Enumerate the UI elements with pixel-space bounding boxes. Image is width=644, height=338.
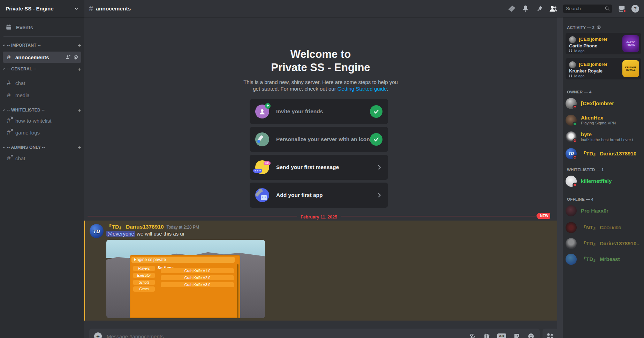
dnd-status-badge	[573, 183, 577, 187]
everyone-mention[interactable]: @everyone	[106, 231, 135, 237]
create-channel-icon[interactable]: +	[78, 107, 81, 113]
member-row-byte[interactable]: byte loafz is the best bread i ever t...	[566, 130, 641, 144]
pin-icon[interactable]	[535, 5, 544, 13]
chat-area: Welcome to Private SS - Engine This is a…	[84, 17, 563, 338]
member-row-darius[interactable]: TD 『TD』 Darius1378910	[566, 147, 641, 161]
game-ui-panel: Engine ss private Players Executor Scrip…	[130, 255, 240, 318]
gift-icon[interactable]	[483, 332, 491, 338]
chevron-down-icon	[74, 6, 79, 11]
member-row-pro-haxx0r[interactable]: Pro Haxx0r	[566, 204, 641, 218]
members-icon[interactable]	[549, 5, 558, 13]
calendar-icon	[6, 24, 12, 30]
activities-icon[interactable]	[543, 329, 558, 338]
create-channel-icon[interactable]: +	[78, 43, 81, 48]
game-ui-tab-executor: Executor	[133, 273, 155, 278]
onboarding-card-add-app[interactable]: Add your first app	[250, 183, 388, 208]
channel-header-title: annocements	[96, 6, 131, 12]
section-header-admins-only[interactable]: -- ADMINS ONLY -- +	[0, 143, 84, 152]
section-label: -- GENERAL --	[7, 67, 76, 71]
create-channel-icon[interactable]: +	[78, 145, 81, 151]
channel-header: # annocements Search	[84, 0, 644, 17]
activity-card-gartic-phone[interactable]: [CExl]ombrer Gartic Phone 1d ago GARTIC …	[566, 33, 641, 54]
channel-name: media	[15, 92, 78, 98]
game-activity-icon	[569, 75, 572, 77]
message-input[interactable]: + Message #annocements GIF	[89, 329, 540, 338]
member-row-coolkidd[interactable]: 『NT』 Coolkidd	[566, 221, 641, 235]
add-app-icon	[255, 188, 269, 202]
member-row-darius-offline[interactable]: 『TD』 Darius1378910...	[566, 237, 641, 251]
first-message-icon: HI!	[255, 160, 269, 174]
sidebar-item-events[interactable]: Events	[3, 21, 81, 33]
gartic-phone-game-icon: GARTIC PHONE	[622, 35, 639, 52]
activity-game: Krunker Royale	[569, 68, 603, 74]
chat-scrollbar[interactable]	[557, 17, 563, 338]
member-name: 『TD』 Darius1378910...	[581, 240, 640, 247]
member-row-killernetffaly[interactable]: killernetffaly	[566, 174, 641, 188]
threads-icon[interactable]	[507, 5, 516, 13]
section-header-important[interactable]: -- IMPORTANT -- +	[0, 41, 84, 49]
group-header-offline: OFFLINE — 4	[567, 197, 641, 201]
activity-section-header: ACTIVITY — 2	[567, 25, 641, 30]
channel-name: game-logs	[15, 130, 78, 136]
dnd-status-badge	[573, 105, 577, 109]
sticker-icon[interactable]	[513, 332, 521, 338]
avatar[interactable]: TD	[90, 224, 104, 238]
game-ui-button: Grab Knife V1.0	[161, 268, 234, 273]
members-sidebar: ACTIVITY — 2 [CExl]ombrer Gartic Phone 1…	[563, 17, 644, 338]
inbox-icon[interactable]	[618, 5, 626, 13]
search-input[interactable]: Search	[563, 5, 612, 13]
discord-app: Private SS - Engine Events -- IMPORTANT …	[0, 0, 644, 338]
main-column: # annocements Search	[84, 0, 644, 338]
sidebar-item-game-logs[interactable]: # game-logs	[3, 127, 81, 138]
onboarding-card-personalize-server[interactable]: Personalize your server with an icon	[250, 127, 388, 152]
member-row-mrbeast[interactable]: 『TD』 Mrbeast	[566, 252, 641, 266]
avatar	[566, 222, 577, 233]
avatar	[569, 61, 576, 68]
attach-plus-icon[interactable]: +	[94, 332, 102, 338]
onboarding-card-label: Add your first app	[276, 192, 376, 198]
emoji-icon[interactable]	[527, 332, 535, 338]
game-activity-icon	[569, 49, 572, 52]
sidebar-item-media[interactable]: # media	[3, 90, 81, 101]
translate-icon[interactable]	[469, 332, 476, 338]
onboarding-card-invite-friends[interactable]: + Invite your friends	[250, 99, 388, 124]
avatar	[569, 36, 576, 43]
input-toolbar: GIF	[469, 332, 535, 338]
message-input-placeholder[interactable]: Message #annocements	[107, 333, 469, 338]
sidebar-item-chat[interactable]: # chat	[3, 77, 81, 89]
new-badge: NEW	[536, 213, 550, 219]
invite-member-icon[interactable]	[65, 54, 71, 60]
chevron-down-icon	[2, 67, 6, 71]
section-label: -- WHITELISTED --	[7, 108, 76, 113]
channel-name: chat	[15, 155, 78, 161]
member-row-alienhex[interactable]: AlienHex Playing Sigma VPN	[566, 113, 641, 127]
plus-badge-icon: +	[265, 103, 271, 109]
channel-name: how-to-whitelist	[15, 118, 78, 124]
section-header-general[interactable]: -- GENERAL -- +	[0, 65, 84, 73]
channel-settings-gear-icon[interactable]	[73, 55, 78, 60]
member-activity: Playing Sigma VPN	[581, 121, 616, 125]
welcome-title-line1: Welcome to	[84, 48, 557, 61]
message-attachment-image[interactable]: Engine ss private Players Executor Scrip…	[106, 240, 265, 318]
onboarding-card-first-message[interactable]: HI! Send your first message	[250, 155, 388, 180]
gif-icon[interactable]: GIF	[497, 333, 506, 338]
sidebar-item-how-to-whitelist[interactable]: # how-to-whitelist	[3, 115, 81, 126]
group-header-whitelisted: WHITELISTED — 1	[567, 168, 641, 172]
dnd-status-badge	[573, 138, 577, 143]
game-ui-tab-players: Players	[133, 266, 155, 271]
sidebar-item-annocements[interactable]: # annocements	[3, 52, 81, 63]
section-header-whitelisted[interactable]: -- WHITELISTED -- +	[0, 106, 84, 114]
getting-started-link[interactable]: Getting Started guide	[338, 86, 387, 92]
activity-settings-gear-icon[interactable]	[597, 25, 601, 30]
member-row-cexlombrer[interactable]: [CExl]ombrer	[566, 97, 641, 110]
message-author[interactable]: 『TD』 Darius1378910	[106, 223, 164, 231]
sidebar-item-label: Events	[16, 24, 33, 30]
sidebar-item-admin-chat[interactable]: # chat	[3, 153, 81, 164]
notifications-bell-icon[interactable]	[521, 5, 530, 13]
avatar	[566, 254, 577, 265]
create-channel-icon[interactable]: +	[78, 66, 81, 72]
help-icon[interactable]: ?	[631, 5, 639, 13]
online-status-badge	[573, 122, 577, 126]
activity-card-krunker-royale[interactable]: [CExl]ombrer Krunker Royale 1d ago KRUNK…	[566, 58, 641, 79]
server-dropdown[interactable]: Private SS - Engine	[0, 0, 84, 17]
